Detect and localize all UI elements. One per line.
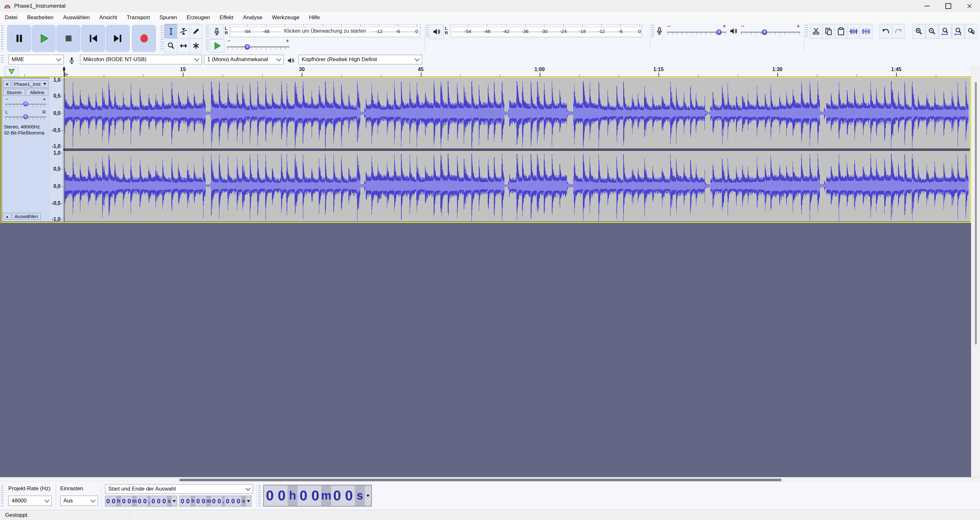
time-digit[interactable]: 0 — [298, 485, 309, 506]
playhead-marker[interactable] — [64, 72, 69, 77]
time-digit[interactable]: 0 — [343, 485, 355, 506]
record-volume-slider[interactable]: − + — [666, 24, 727, 38]
minimize-button[interactable] — [916, 0, 938, 12]
zoom-out-button[interactable] — [926, 24, 939, 39]
record-button[interactable] — [132, 25, 156, 52]
track-collapse-button[interactable]: ▲ — [3, 213, 11, 219]
mixer-toolbar-grip[interactable] — [651, 25, 654, 38]
zoom-in-button[interactable] — [912, 24, 925, 39]
play-at-speed-grip[interactable] — [206, 40, 209, 51]
record-meter-grip[interactable] — [206, 25, 209, 38]
menu-transport[interactable]: Transport — [122, 12, 155, 23]
track-gain-slider-thumb[interactable] — [23, 102, 28, 106]
play-meter-grip[interactable] — [426, 25, 428, 38]
time-digit[interactable]: 0 — [142, 496, 148, 506]
time-format-dropdown[interactable] — [365, 485, 371, 506]
menu-auswählen[interactable]: Auswählen — [58, 12, 94, 23]
selection-toolbar-grip[interactable] — [1, 485, 3, 507]
play-at-speed-button[interactable] — [210, 39, 224, 52]
play-volume-slider-thumb[interactable] — [762, 29, 767, 35]
play-speed-slider-thumb[interactable] — [245, 44, 250, 49]
timeline-ruler[interactable]: 01530451:001:151:301:45 — [0, 66, 980, 77]
skip-to-start-button[interactable] — [81, 25, 105, 52]
time-digit[interactable]: 0 — [111, 496, 116, 506]
fit-project-button[interactable] — [952, 24, 965, 39]
stop-button[interactable] — [56, 25, 80, 52]
playback-meter[interactable]: -54-48-42-36-30-24-18-12-60 — [450, 24, 643, 38]
copy-button[interactable] — [822, 24, 835, 39]
track-pan-slider-thumb[interactable] — [23, 114, 28, 119]
zoom-toggle-button[interactable] — [965, 24, 978, 39]
play-button[interactable] — [32, 25, 56, 52]
edit-toolbar-grip[interactable] — [805, 25, 808, 38]
time-toolbar-grip[interactable] — [258, 485, 261, 507]
time-digit[interactable]: 0 — [211, 496, 216, 506]
time-digit[interactable]: 0 — [225, 496, 230, 506]
recording-meter[interactable]: Klicken um Überwachung zu starten -54-48… — [229, 24, 421, 38]
silence-audio-button[interactable] — [859, 24, 872, 39]
vertical-scrollbar[interactable] — [971, 66, 980, 477]
time-separator[interactable]: s — [355, 485, 365, 506]
tools-toolbar-grip[interactable] — [161, 25, 164, 51]
time-digit[interactable]: 0 — [137, 496, 142, 506]
recording-device-select[interactable]: Mikrofon (RODE NT-USB) — [80, 55, 202, 64]
time-digit[interactable]: 0 — [156, 496, 161, 506]
time-digit[interactable]: 0 — [276, 485, 288, 506]
zoom-tool-button[interactable] — [165, 38, 177, 53]
mute-button[interactable]: Stumm — [3, 89, 25, 96]
transport-toolbar-grip[interactable] — [1, 25, 3, 51]
time-digit[interactable]: 0 — [180, 496, 185, 506]
track-pan-slider[interactable]: L R — [5, 110, 47, 122]
horizontal-scrollbar[interactable] — [0, 477, 980, 482]
trim-audio-button[interactable] — [847, 24, 860, 39]
time-digit[interactable]: 0 — [230, 496, 236, 506]
menu-bearbeiten[interactable]: Bearbeiten — [22, 12, 58, 23]
skip-to-end-button[interactable] — [106, 25, 130, 52]
solo-button[interactable]: Alleine — [26, 89, 48, 96]
waveform-area[interactable] — [64, 78, 970, 221]
time-separator[interactable]: h — [288, 485, 298, 506]
time-separator[interactable]: s — [167, 496, 172, 506]
time-format-dropdown[interactable] — [246, 496, 251, 506]
record-meter-mic-icon[interactable] — [210, 24, 224, 39]
time-digit[interactable]: 0 — [236, 496, 241, 506]
fit-selection-button[interactable] — [939, 24, 951, 39]
time-digit[interactable]: 0 — [216, 496, 222, 506]
menu-spuren[interactable]: Spuren — [155, 12, 182, 23]
time-separator[interactable]: h — [116, 496, 121, 506]
track-gain-slider[interactable]: − + — [5, 97, 47, 110]
audio-host-select[interactable]: MME — [8, 55, 64, 64]
paste-button[interactable] — [835, 24, 847, 39]
time-separator[interactable]: m — [132, 496, 137, 506]
maximize-button[interactable] — [938, 0, 959, 12]
vertical-scrollbar-thumb[interactable] — [975, 82, 977, 345]
menu-analyse[interactable]: Analyse — [238, 12, 267, 23]
time-digit[interactable]: 0 — [121, 496, 127, 506]
project-rate-select[interactable]: 48000 — [8, 496, 52, 506]
time-digit[interactable]: 0 — [196, 496, 201, 506]
audio-position-field[interactable]: 00h00m00s — [263, 485, 372, 507]
track-close-button[interactable]: × — [3, 80, 11, 88]
time-digit[interactable]: 0 — [161, 496, 167, 506]
track-title-menu[interactable]: Phase1_Inst — [12, 80, 48, 88]
time-separator[interactable]: h — [191, 496, 196, 506]
device-toolbar-grip[interactable] — [1, 55, 3, 64]
selection-end-field[interactable]: 00h00m00,000s — [179, 496, 251, 507]
time-digit[interactable]: 0 — [331, 485, 343, 506]
multi-tool-button[interactable] — [189, 38, 202, 53]
menu-ansicht[interactable]: Ansicht — [94, 12, 122, 23]
play-volume-slider[interactable]: − + — [740, 24, 801, 38]
vertical-scale-ruler[interactable]: 1,00,50,0-0,5-1,01,00,50,0-0,5-1,0 — [49, 78, 64, 221]
time-digit[interactable]: 0 — [151, 496, 156, 506]
selection-mode-select[interactable]: Start und Ende der Auswahl — [105, 484, 253, 494]
redo-button[interactable] — [892, 24, 905, 39]
time-digit[interactable]: 0 — [127, 496, 132, 506]
time-separator[interactable]: s — [241, 496, 246, 506]
menu-erzeugen[interactable]: Erzeugen — [182, 12, 215, 23]
time-separator[interactable]: m — [321, 485, 331, 506]
time-digit[interactable]: 0 — [309, 485, 321, 506]
time-digit[interactable]: 0 — [264, 485, 276, 506]
menu-hilfe[interactable]: Hilfe — [304, 12, 325, 23]
timeshift-tool-button[interactable] — [177, 38, 190, 53]
envelope-tool-button[interactable] — [177, 24, 190, 39]
